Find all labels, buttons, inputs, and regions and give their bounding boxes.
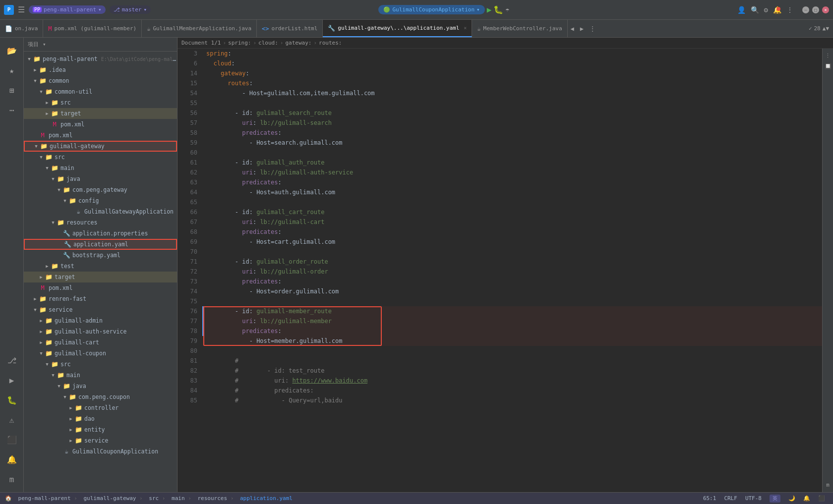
user-icon[interactable]: 👤 (737, 6, 746, 14)
status-position[interactable]: 65:1 (703, 495, 716, 502)
tree-header-dropdown[interactable]: ▾ (43, 41, 46, 48)
tree-item-src2[interactable]: ▼ 📁 src (24, 152, 177, 163)
terminal-icon[interactable]: ⬛ (3, 431, 21, 448)
tree-icon-gateway-app: ☕ (74, 208, 82, 216)
tree-item-dao[interactable]: ▶ 📁 dao (24, 413, 177, 424)
tree-item-controller[interactable]: ▶ 📁 controller (24, 402, 177, 413)
code-editor[interactable]: 3614155455565758596061626364656667686970… (178, 49, 833, 492)
project-view-icon[interactable]: 📂 (3, 42, 21, 59)
breadcrumb-routes[interactable]: routes: (319, 40, 342, 46)
tab-gulimall-member-app[interactable]: ☕ GulimallMemberApplication.java (142, 20, 257, 37)
tree-item-gulimall-cart[interactable]: ▶ 📁 gulimall-cart (24, 337, 177, 348)
debug-button[interactable]: 🐛 (493, 5, 503, 14)
debug-tool-icon[interactable]: 🐛 (3, 391, 21, 409)
tab-pom-gulimall-member[interactable]: M pom.xml (gulimall-member) (43, 20, 142, 37)
status-icon-1[interactable]: 🌙 (788, 495, 795, 502)
menu-icon[interactable]: ☰ (18, 5, 25, 14)
problems-icon[interactable]: ⚠ (3, 411, 21, 429)
tree-item-main-coupon[interactable]: ▼ 📁 main (24, 370, 177, 381)
tree-item-target2[interactable]: ▶ 📁 target (24, 272, 177, 282)
tab-order-list[interactable]: <> orderList.html (257, 20, 323, 37)
status-encoding[interactable]: CRLF (724, 495, 737, 502)
tree-item-service[interactable]: ▼ 📁 service (24, 304, 177, 315)
tab-member-web-controller[interactable]: ☕ MemberWebController.java (472, 20, 567, 37)
tree-item-test[interactable]: ▶ 📁 test (24, 261, 177, 272)
run-tool-icon[interactable]: ▶ (3, 371, 21, 389)
tree-icon-pom1: M (51, 120, 59, 128)
close-button[interactable]: × (822, 6, 829, 13)
tree-item-src1[interactable]: ▶ 📁 src (24, 97, 177, 108)
tree-item-pom-gateway[interactable]: M pom.xml (24, 282, 177, 293)
tree-arrow-app-yaml (57, 241, 63, 248)
tree-item-idea[interactable]: ▶ 📁 .idea (24, 64, 177, 75)
tree-item-bootstrap-yaml[interactable]: 🔧 bootstrap.yaml (24, 250, 177, 261)
pp-label: PP (33, 7, 42, 12)
right-widget-2[interactable]: 🔲 (825, 63, 832, 69)
tab-more-button[interactable]: ⋮ (587, 20, 598, 37)
tree-item-common-util[interactable]: ▼ 📁 common-util (24, 86, 177, 97)
branch-badge[interactable]: ⎇ master ▾ (110, 5, 151, 14)
branch-dropdown-icon[interactable]: ▾ (143, 6, 147, 13)
notifications-icon[interactable]: 🔔 (773, 6, 781, 14)
tree-item-main1[interactable]: ▼ 📁 main (24, 163, 177, 173)
settings-icon[interactable]: ⚙ (764, 6, 768, 14)
bookmarks-icon[interactable]: ★ (3, 61, 21, 79)
tree-item-java-coupon[interactable]: ▼ 📁 java (24, 381, 177, 392)
breadcrumb-cloud[interactable]: cloud: (258, 40, 278, 46)
tree-item-gulimall-admin[interactable]: ▶ 📁 gulimall-admin (24, 315, 177, 326)
tree-item-config[interactable]: ▼ 📁 config (24, 195, 177, 206)
tree-item-entity[interactable]: ▶ 📁 entity (24, 424, 177, 435)
tree-item-gulimall-coupon-app[interactable]: ☕ GulimallCouponApplication (24, 446, 177, 457)
project-badge[interactable]: PP peng-mall-parent ▾ (29, 5, 106, 14)
tab-scroll-right[interactable]: ▶ (577, 20, 587, 37)
notifications-tool-icon[interactable]: 🔔 (3, 450, 21, 468)
tree-item-gulimall-gateway[interactable]: ▼ 📁 gulimall-gateway (24, 141, 177, 152)
tab-scroll-left[interactable]: ◀ (568, 20, 577, 37)
tree-item-pom1[interactable]: M pom.xml (24, 119, 177, 130)
tree-item-src-coupon[interactable]: ▼ 📁 src (24, 359, 177, 370)
status-lang-badge[interactable]: 英 (770, 495, 780, 503)
git-icon[interactable]: ⎇ (3, 351, 21, 369)
tree-item-com-peng-coupon[interactable]: ▼ 📁 com.peng.coupon (24, 392, 177, 402)
tree-item-renren-fast[interactable]: ▶ 📁 renren-fast (24, 293, 177, 304)
tree-item-com-peng-gateway[interactable]: ▼ 📁 com.peng.gateway (24, 184, 177, 195)
tree-item-app-yaml[interactable]: 🔧 application.yaml (24, 239, 177, 250)
run-config-dropdown[interactable]: ▾ (476, 6, 480, 13)
tree-item-gulimall-gateway-app[interactable]: ☕ GulimallGatewayApplication (24, 206, 177, 217)
tree-item-common[interactable]: ▼ 📁 common (24, 75, 177, 86)
status-utf8[interactable]: UTF-8 (745, 495, 762, 502)
run-config-badge[interactable]: 🟢 GulimallCouponApplication ▾ (378, 5, 484, 14)
right-widget-3[interactable]: m (826, 482, 830, 488)
structure-icon[interactable]: ⊞ (3, 81, 21, 99)
tree-item-service-coupon[interactable]: ▶ 📁 service (24, 435, 177, 446)
tree-item-app-properties[interactable]: 🔧 application.properties (24, 228, 177, 239)
tree-item-gulimall-coupon[interactable]: ▼ 📁 gulimall-coupon (24, 348, 177, 359)
tree-item-gulimall-auth-service[interactable]: ▶ 📁 gulimall-auth-service (24, 326, 177, 337)
project-dropdown-icon[interactable]: ▾ (98, 6, 102, 13)
breadcrumb-gateway[interactable]: gateway: (285, 40, 311, 46)
run-button[interactable]: ▶ (487, 5, 492, 14)
maximize-button[interactable]: □ (812, 6, 819, 13)
line-nav-down[interactable]: ▼ (826, 25, 829, 32)
tree-item-root[interactable]: ▼ 📁 peng-mall-parent E:\Data\gitCode\pen… (24, 54, 177, 64)
maven-icon[interactable]: m (3, 470, 21, 488)
tree-item-target1[interactable]: ▶ 📁 target (24, 108, 177, 119)
minimize-button[interactable]: – (802, 6, 809, 13)
tab-close-app-yaml[interactable]: × (464, 25, 467, 31)
breadcrumb-spring[interactable]: spring: (228, 40, 251, 46)
code-content[interactable]: spring: cloud: gateway: routes: - Host=g… (202, 49, 822, 492)
right-widget-1[interactable]: ⋮ (825, 53, 831, 59)
status-icon-2[interactable]: 🔔 (803, 495, 810, 502)
tree-body[interactable]: ▼ 📁 peng-mall-parent E:\Data\gitCode\pen… (24, 52, 177, 492)
status-icon-3[interactable]: ⬛ (818, 495, 825, 502)
tree-item-pom-common[interactable]: M pom.xml (24, 130, 177, 141)
coverage-button[interactable]: ☂ (505, 6, 509, 13)
tree-item-java1[interactable]: ▼ 📁 java (24, 173, 177, 184)
search-icon[interactable]: 🔍 (751, 6, 759, 14)
tab-application-yaml[interactable]: 🔧 gulimall-gateway\...\application.yaml … (323, 20, 472, 37)
more-tools-icon[interactable]: ⋯ (3, 101, 21, 119)
tab-on-java[interactable]: 📄 on.java (0, 20, 43, 37)
more-icon[interactable]: ⋮ (786, 6, 793, 14)
tree-item-resources[interactable]: ▼ 📁 resources (24, 217, 177, 228)
line-nav-up[interactable]: ▲ (823, 25, 826, 32)
